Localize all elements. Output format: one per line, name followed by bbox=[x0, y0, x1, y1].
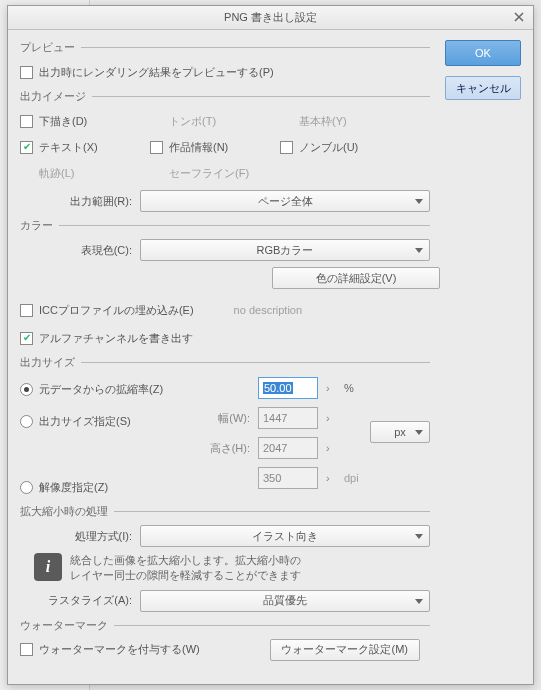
row-watermark: ウォーターマークを付与する(W) ウォーターマーク設定(M) bbox=[20, 639, 430, 661]
row-range: 出力範囲(R): ページ全体 bbox=[20, 190, 430, 212]
select-raster[interactable]: 品質優先 bbox=[140, 590, 430, 612]
row-alpha: アルファチャンネルを書き出す bbox=[20, 327, 430, 349]
cancel-button[interactable]: キャンセル bbox=[445, 76, 521, 100]
label-watermark: ウォーターマークを付与する(W) bbox=[39, 642, 200, 657]
label-text: テキスト(X) bbox=[39, 140, 98, 155]
label-preview: 出力時にレンダリング結果をプレビューする(P) bbox=[39, 65, 274, 80]
label-info: 作品情報(N) bbox=[169, 140, 228, 155]
label-raster: ラスタライズ(A): bbox=[20, 593, 140, 608]
label-trajectory: 軌跡(L) bbox=[39, 166, 74, 181]
size-area: 元データからの拡縮率(Z) 出力サイズ指定(S) 解像度指定(Z) 50.00 … bbox=[20, 376, 430, 498]
label-draft: 下描き(D) bbox=[39, 114, 87, 129]
chevron-down-icon bbox=[415, 426, 423, 438]
spinner-width[interactable]: › bbox=[326, 412, 336, 424]
chevron-down-icon bbox=[415, 530, 423, 542]
dialog-buttons: OK キャンセル bbox=[445, 40, 521, 100]
group-preview: プレビュー 出力時にレンダリング結果をプレビューする(P) bbox=[20, 40, 430, 83]
close-button[interactable] bbox=[509, 8, 529, 26]
input-scale[interactable]: 50.00 bbox=[258, 377, 318, 399]
input-height[interactable]: 2047 bbox=[258, 437, 318, 459]
info-text: 統合した画像を拡大縮小します。拡大縮小時の レイヤー同士の隙間を軽減することがで… bbox=[70, 553, 301, 584]
group-watermark: ウォーターマーク ウォーターマークを付与する(W) ウォーターマーク設定(M) bbox=[20, 618, 430, 661]
label-method: 処理方式(I): bbox=[20, 529, 140, 544]
legend-watermark: ウォーターマーク bbox=[20, 618, 430, 633]
row-preview-check: 出力時にレンダリング結果をプレビューする(P) bbox=[20, 61, 430, 83]
label-specify: 出力サイズ指定(S) bbox=[39, 414, 131, 429]
label-scale: 元データからの拡縮率(Z) bbox=[39, 382, 163, 397]
label-icc-desc: no description bbox=[234, 304, 303, 316]
color-detail-button[interactable]: 色の詳細設定(V) bbox=[272, 267, 440, 289]
image-checkboxes: 下描き(D) テキスト(X) 軌跡(L) トンボ(T) 作品情報(N) セーフラ… bbox=[20, 110, 430, 184]
spinner-height[interactable]: › bbox=[326, 442, 336, 454]
checkbox-nombre[interactable] bbox=[280, 141, 293, 154]
checkbox-icc[interactable] bbox=[20, 304, 33, 317]
label-icc: ICCプロファイルの埋め込み(E) bbox=[39, 303, 194, 318]
label-resolution: 解像度指定(Z) bbox=[39, 480, 108, 495]
dialog-title: PNG 書き出し設定 bbox=[224, 10, 317, 25]
label-crop: トンボ(T) bbox=[169, 114, 216, 129]
input-dpi[interactable]: 350 bbox=[258, 467, 318, 489]
checkbox-info[interactable] bbox=[150, 141, 163, 154]
row-raster: ラスタライズ(A): 品質優先 bbox=[20, 590, 430, 612]
checkbox-draft[interactable] bbox=[20, 115, 33, 128]
legend-preview: プレビュー bbox=[20, 40, 430, 55]
chevron-down-icon bbox=[415, 244, 423, 256]
select-expr[interactable]: RGBカラー bbox=[140, 239, 430, 261]
spinner-dpi[interactable]: › bbox=[326, 472, 336, 484]
radio-scale[interactable] bbox=[20, 383, 33, 396]
label-alpha: アルファチャンネルを書き出す bbox=[39, 331, 193, 346]
group-image: 出力イメージ 下描き(D) テキスト(X) 軌跡(L) トンボ(T) 作品情報(… bbox=[20, 89, 430, 212]
label-safe: セーフライン(F) bbox=[169, 166, 249, 181]
row-expr: 表現色(C): RGBカラー bbox=[20, 239, 430, 261]
group-scaling: 拡大縮小時の処理 処理方式(I): イラスト向き i 統合した画像を拡大縮小しま… bbox=[20, 504, 430, 612]
row-method: 処理方式(I): イラスト向き bbox=[20, 525, 430, 547]
watermark-settings-button[interactable]: ウォーターマーク設定(M) bbox=[270, 639, 420, 661]
group-size: 出力サイズ 元データからの拡縮率(Z) 出力サイズ指定(S) 解像度指定(Z) … bbox=[20, 355, 430, 498]
radio-resolution[interactable] bbox=[20, 481, 33, 494]
select-unit[interactable]: px bbox=[370, 421, 430, 443]
label-height: 高さ(H): bbox=[202, 441, 250, 456]
close-icon bbox=[514, 12, 524, 22]
legend-image: 出力イメージ bbox=[20, 89, 430, 104]
group-color: カラー 表現色(C): RGBカラー 色の詳細設定(V) ICCプロファイルの埋… bbox=[20, 218, 430, 349]
select-method[interactable]: イラスト向き bbox=[140, 525, 430, 547]
checkbox-preview[interactable] bbox=[20, 66, 33, 79]
select-range[interactable]: ページ全体 bbox=[140, 190, 430, 212]
ok-button[interactable]: OK bbox=[445, 40, 521, 66]
label-range: 出力範囲(R): bbox=[20, 194, 140, 209]
titlebar: PNG 書き出し設定 bbox=[8, 6, 533, 30]
dialog-body: OK キャンセル プレビュー 出力時にレンダリング結果をプレビューする(P) 出… bbox=[8, 30, 533, 684]
info-icon: i bbox=[34, 553, 62, 581]
chevron-down-icon bbox=[415, 595, 423, 607]
label-width: 幅(W): bbox=[202, 411, 250, 426]
info-box: i 統合した画像を拡大縮小します。拡大縮小時の レイヤー同士の隙間を軽減すること… bbox=[34, 553, 430, 584]
unit-dpi: dpi bbox=[344, 472, 359, 484]
row-icc: ICCプロファイルの埋め込み(E) no description bbox=[20, 299, 430, 321]
chevron-down-icon bbox=[415, 195, 423, 207]
checkbox-alpha[interactable] bbox=[20, 332, 33, 345]
radio-specify[interactable] bbox=[20, 415, 33, 428]
content-area: プレビュー 出力時にレンダリング結果をプレビューする(P) 出力イメージ 下描き… bbox=[20, 40, 430, 661]
export-dialog: PNG 書き出し設定 OK キャンセル プレビュー 出力時にレンダリング結果をプ… bbox=[7, 5, 534, 685]
legend-size: 出力サイズ bbox=[20, 355, 430, 370]
unit-percent: % bbox=[344, 382, 354, 394]
label-base: 基本枠(Y) bbox=[299, 114, 347, 129]
spinner-scale[interactable]: › bbox=[326, 382, 336, 394]
checkbox-text[interactable] bbox=[20, 141, 33, 154]
label-nombre: ノンブル(U) bbox=[299, 140, 358, 155]
legend-scaling: 拡大縮小時の処理 bbox=[20, 504, 430, 519]
legend-color: カラー bbox=[20, 218, 430, 233]
label-expr: 表現色(C): bbox=[20, 243, 140, 258]
checkbox-watermark[interactable] bbox=[20, 643, 33, 656]
input-width[interactable]: 1447 bbox=[258, 407, 318, 429]
